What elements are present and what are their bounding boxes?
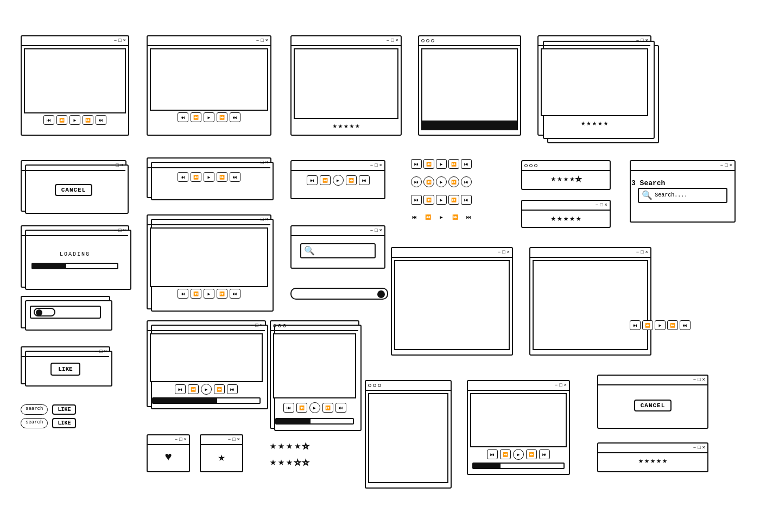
restore-sb[interactable]: □ [600,203,603,208]
star-r1-4[interactable]: ★ [294,439,301,452]
minimize-cancel-br[interactable]: − [693,378,696,383]
slider-track[interactable] [290,288,388,300]
like-button-1[interactable]: LIKE [50,363,80,376]
rw-mp[interactable]: ⏪ [188,384,199,394]
play-2a[interactable]: ▶ [204,172,214,182]
star-r2-4[interactable]: ☆ [294,455,301,468]
ff-4-4[interactable]: ⏩ [449,212,460,222]
sb-4-2[interactable]: ⏮ [411,176,422,187]
minimize-ppr[interactable]: − [555,383,558,388]
like-pill-1[interactable]: LIKE [52,404,76,415]
close-ppr[interactable]: × [564,383,567,388]
minimize-be2[interactable]: − [636,250,639,255]
sb4[interactable]: ★ [569,213,575,224]
minimize-icon-5[interactable]: − [636,39,639,43]
rewind-btn-2[interactable]: ⏪ [191,112,201,122]
sb3[interactable]: ★ [563,213,569,224]
minimize-icon-1[interactable]: − [114,39,117,43]
restore-loading[interactable]: □ [118,229,121,233]
sb-4-3[interactable]: ⏮ [411,195,422,205]
pl-ppr[interactable]: ▶ [513,449,524,460]
star-r2-5[interactable]: ☆ [302,455,309,468]
rewind-mini[interactable]: ⏪ [320,175,331,185]
pl-4-4[interactable]: ▶ [436,212,447,222]
skip-back-mini[interactable]: ⏮ [307,175,318,185]
minimize-cancel-1[interactable]: − [111,163,114,168]
close-stars-br[interactable]: × [702,446,705,451]
restore-icon-3[interactable]: □ [391,39,394,43]
rw-4-3[interactable]: ⏪ [423,195,434,205]
sb2[interactable]: ★ [557,213,562,224]
star-4[interactable]: ★ [350,121,354,130]
sb-portrait[interactable]: ⏮ [283,403,294,413]
search-pill-1[interactable]: search [21,404,48,415]
sf-vp[interactable]: ⏭ [230,289,240,299]
sbrr5[interactable]: ★ [662,455,667,466]
star-5-1[interactable]: ★ [581,118,585,128]
play-btn-2[interactable]: ▶ [204,112,214,122]
sbrr1[interactable]: ★ [638,455,643,466]
ff-4-1[interactable]: ⏩ [448,159,459,169]
close-icon-3[interactable]: × [396,39,398,43]
close-icon-5[interactable]: × [645,39,648,43]
st3[interactable]: ★ [563,173,569,184]
close-mp[interactable]: × [260,324,263,328]
star-r1-2[interactable]: ★ [278,439,284,452]
star-3[interactable]: ★ [344,121,348,130]
restore-icon-1[interactable]: □ [118,39,121,43]
sf-brr[interactable]: ⏭ [680,320,691,330]
close-loading[interactable]: × [123,229,126,233]
sb-4-1[interactable]: ⏮ [411,159,422,169]
rw-4-2[interactable]: ⏪ [423,176,434,187]
ff-btn-2[interactable]: ⏩ [217,112,227,122]
rw-4-4[interactable]: ⏪ [422,212,433,222]
star-r1-3[interactable]: ★ [286,439,293,452]
minimize-ss[interactable]: − [370,229,373,233]
star-r2-1[interactable]: ★ [270,455,276,468]
toggle-switch[interactable] [34,308,55,316]
st5[interactable]: ☆ [576,173,581,184]
ff-btn-1[interactable]: ⏩ [83,115,93,125]
ff-mini[interactable]: ⏩ [346,175,357,185]
close-st[interactable]: × [730,163,732,168]
close-ss[interactable]: × [379,229,382,233]
restore-mini[interactable]: □ [375,163,377,168]
sb-mp[interactable]: ⏮ [175,384,186,394]
restore-like[interactable]: □ [99,350,102,354]
minimize-stars-br[interactable]: − [693,446,696,451]
sb-4-4[interactable]: ⏮ [409,212,420,222]
pl-4-1[interactable]: ▶ [436,159,447,169]
minimize-vp[interactable]: − [256,218,259,223]
restore-vp[interactable]: □ [261,218,263,223]
ff-portrait[interactable]: ⏩ [322,403,333,413]
star-5-4[interactable]: ★ [598,118,602,128]
restore-icon-2[interactable]: □ [261,39,263,43]
rw-4-1[interactable]: ⏪ [423,159,434,169]
sb1[interactable]: ★ [550,213,556,224]
minimize-star-icon[interactable]: − [228,438,231,442]
close-be[interactable]: × [507,250,510,255]
skip-back-2a[interactable]: ⏮ [178,172,188,182]
sbrr4[interactable]: ★ [656,455,661,466]
minimize-like[interactable]: − [95,350,98,354]
minimize-mp[interactable]: − [251,324,254,328]
st2[interactable]: ★ [557,173,562,184]
close-2a[interactable]: × [265,161,268,166]
restore-cancel-1[interactable]: □ [116,163,118,168]
sf-4-3[interactable]: ⏭ [461,195,472,205]
st4[interactable]: ★ [569,173,575,184]
restore-stars-br[interactable]: □ [698,446,700,451]
skip-back-btn-2[interactable]: ⏮ [178,112,188,122]
close-vp[interactable]: × [265,218,268,223]
restore-ppr[interactable]: □ [559,383,562,388]
rw-ppr[interactable]: ⏪ [500,449,511,459]
rewind-2a[interactable]: ⏪ [191,172,201,182]
minimize-2a[interactable]: − [256,161,259,166]
play-btn-1[interactable]: ▶ [69,115,80,125]
sf-4-4[interactable]: ⏭ [463,212,474,222]
star-r2-3[interactable]: ★ [286,455,293,468]
close-like[interactable]: × [104,350,107,354]
restore-mp[interactable]: □ [255,324,258,328]
sb5[interactable]: ★ [576,213,581,224]
cancel-button-br[interactable]: CANCEL [634,400,672,411]
